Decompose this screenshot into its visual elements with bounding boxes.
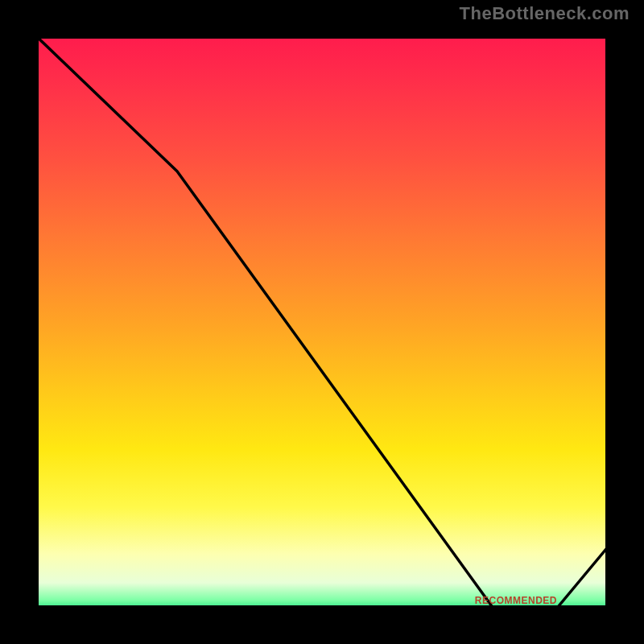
chart-stage: TheBottleneck.com RECOMMENDED: [0, 0, 644, 644]
watermark-text: TheBottleneck.com: [460, 3, 630, 24]
plot-area: [32, 32, 612, 612]
recommended-annotation: RECOMMENDED: [475, 595, 557, 606]
